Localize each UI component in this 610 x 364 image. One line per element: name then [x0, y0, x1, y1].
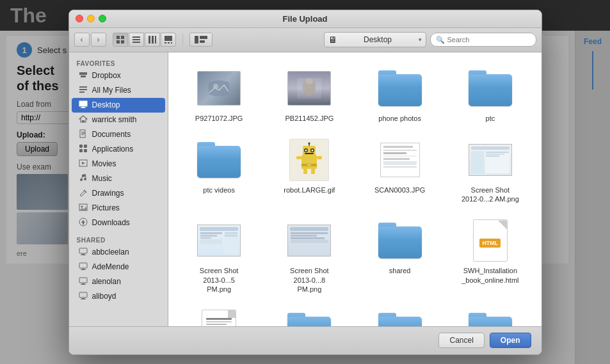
phone-photos-folder-icon — [378, 70, 422, 106]
svg-rect-17 — [79, 72, 82, 75]
file-item-tech-web[interactable]: Technology web site — [448, 304, 532, 326]
warrick-smith-label: warrick smith — [92, 115, 137, 124]
file-item-tech-2[interactable]: tech 2 — [358, 304, 442, 326]
pdf-corner — [228, 310, 236, 318]
view-list-button[interactable] — [129, 33, 144, 47]
svg-rect-23 — [79, 91, 84, 93]
sidebar-item-warrick-smith[interactable]: warrick smith — [72, 113, 165, 127]
minimize-button[interactable] — [87, 15, 95, 22]
svg-rect-19 — [84, 72, 87, 75]
dropbox-icon — [78, 70, 88, 81]
location-dropdown[interactable]: 🖥 Desktop ▾ — [324, 32, 426, 47]
file-thumb-ptc — [467, 65, 513, 111]
view-icon-button[interactable] — [113, 33, 128, 47]
svg-rect-31 — [81, 132, 85, 132]
svg-rect-51 — [82, 254, 84, 255]
file-thumb-shared — [377, 218, 423, 264]
file-label-p9271072: P9271072.JPG — [195, 114, 243, 123]
sidebar-item-movies[interactable]: Movies — [72, 157, 165, 171]
svg-rect-18 — [82, 72, 84, 75]
all-my-files-label: All My Files — [92, 86, 131, 95]
abbcleelan-label: abbcleelan — [92, 248, 129, 257]
screenshot-preview-2 — [197, 225, 241, 257]
dialog-title: File Upload — [282, 14, 327, 24]
svg-rect-3 — [121, 40, 124, 44]
movies-icon — [78, 159, 88, 170]
view-cover-button[interactable] — [161, 33, 176, 47]
pictures-icon — [78, 203, 88, 214]
desktop-icon — [78, 100, 88, 111]
svg-rect-5 — [132, 39, 140, 40]
svg-marker-49 — [81, 220, 85, 225]
svg-rect-53 — [79, 263, 87, 268]
sidebar-item-music[interactable]: Music — [72, 171, 165, 186]
sidebar-item-documents[interactable]: Documents — [72, 127, 165, 142]
svg-marker-39 — [82, 162, 85, 164]
back-button[interactable]: ‹ — [74, 33, 90, 47]
dialog-body: FAVORITES Dropbox All My Files — [69, 52, 542, 326]
svg-rect-33 — [81, 134, 84, 135]
file-thumb-techweb — [467, 308, 513, 326]
file-item-pb211452[interactable]: PB211452.JPG — [268, 61, 351, 127]
sidebar-item-downloads[interactable]: Downloads — [72, 216, 165, 230]
file-item-screenshot-2013-5pm[interactable]: Screen Shot 2013-0...5 PM.png — [177, 214, 261, 297]
maximize-button[interactable] — [99, 15, 106, 22]
file-item-swh-pdf[interactable]: SWH_Installation_book_online.pdf — [177, 304, 261, 326]
sidebar-item-pictures[interactable]: Pictures — [72, 201, 165, 216]
file-item-shared[interactable]: shared — [358, 214, 442, 297]
file-item-scan0003[interactable]: SCAN0003.JPG — [358, 133, 442, 208]
computer-icon-1 — [78, 247, 88, 258]
file-thumb-swh-html: HTML — [467, 218, 513, 264]
svg-rect-32 — [81, 133, 85, 134]
tactical-folder-icon — [287, 313, 331, 326]
cancel-button[interactable]: Cancel — [438, 333, 484, 348]
sidebar-item-abbcleelan[interactable]: abbcleelan — [72, 245, 165, 260]
alenolan-label: alenolan — [92, 277, 121, 286]
svg-rect-58 — [81, 284, 86, 285]
svg-rect-59 — [79, 292, 87, 297]
file-item-ptc-videos[interactable]: ptc videos — [177, 133, 261, 208]
photo-preview-1 — [197, 71, 241, 106]
sidebar-item-applications[interactable]: Applications — [72, 142, 165, 157]
sidebar-item-ademende[interactable]: AdeMende — [72, 260, 165, 274]
file-item-p9271072[interactable]: P9271072.JPG — [177, 61, 261, 127]
documents-label: Documents — [92, 130, 131, 139]
view-buttons — [113, 33, 176, 47]
sidebar-item-alenolan[interactable]: alenolan — [72, 274, 165, 289]
file-item-robot-large[interactable]: robot.LARGE.gif — [268, 133, 351, 208]
music-icon — [78, 173, 88, 184]
file-item-screenshot-2012[interactable]: Screen Shot 2012-0...2 AM.png — [448, 133, 532, 208]
open-button[interactable]: Open — [490, 333, 531, 348]
toolbar-divider — [182, 33, 183, 46]
shared-folder-icon — [378, 223, 422, 258]
sidebar-item-drawings[interactable]: Drawings — [72, 186, 165, 201]
sidebar-item-all-my-files[interactable]: All My Files — [72, 83, 165, 98]
svg-rect-35 — [84, 145, 87, 148]
file-item-tactical-teaching[interactable]: Tactical Teaching — [268, 304, 351, 326]
close-button[interactable] — [76, 15, 83, 22]
music-label: Music — [92, 174, 112, 183]
forward-button[interactable]: › — [91, 33, 106, 47]
search-input[interactable] — [447, 36, 531, 44]
file-item-ptc[interactable]: ptc — [448, 61, 532, 127]
file-item-phone-photos[interactable]: phone photos — [358, 61, 442, 127]
file-item-swh-html[interactable]: HTML SWH_Installation_book_online.html — [448, 214, 532, 297]
view-column-button[interactable] — [145, 33, 160, 47]
svg-rect-2 — [116, 40, 120, 44]
robot-gif-icon — [289, 139, 329, 181]
pictures-label: Pictures — [92, 203, 120, 212]
sidebar-item-desktop[interactable]: Desktop — [72, 98, 165, 113]
sidebar-item-dropbox[interactable]: Dropbox — [72, 68, 165, 83]
svg-rect-13 — [171, 42, 172, 44]
action-button[interactable] — [189, 33, 213, 47]
svg-rect-21 — [79, 86, 87, 88]
dialog-titlebar: File Upload — [69, 10, 542, 28]
svg-rect-20 — [81, 75, 86, 77]
sidebar-item-aliboyd[interactable]: aliboyd — [72, 289, 165, 304]
file-thumb-scan — [377, 137, 423, 183]
html-file-icon: HTML — [473, 219, 508, 262]
svg-rect-14 — [195, 36, 198, 44]
sidebar: FAVORITES Dropbox All My Files — [69, 52, 168, 326]
svg-rect-55 — [81, 269, 86, 270]
file-item-screenshot-2013-8pm[interactable]: Screen Shot 2013-0...8 PM.png — [268, 214, 351, 297]
